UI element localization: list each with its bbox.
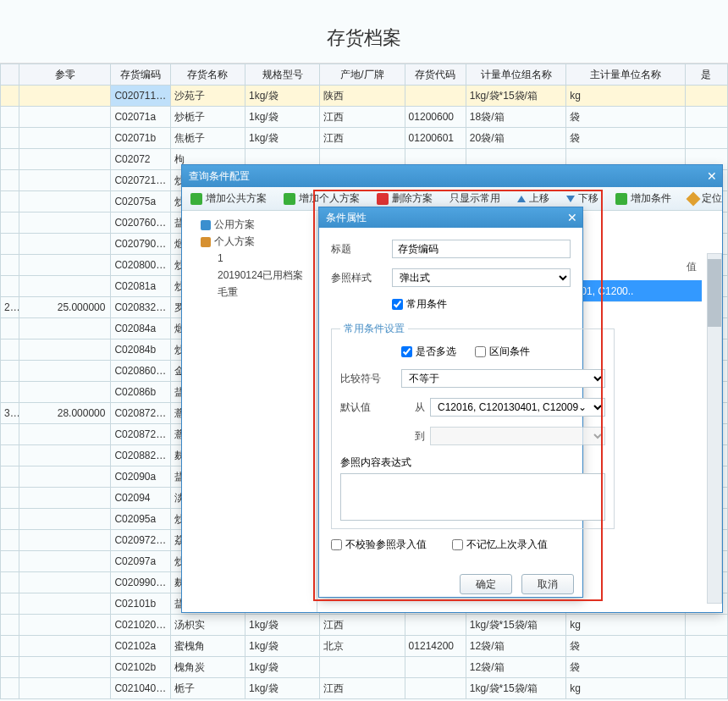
col-3[interactable]: 规格型号	[245, 64, 319, 86]
prop-row-default[interactable]: 0401, C1200..	[570, 280, 702, 302]
plus-icon	[284, 193, 295, 205]
default-to-select[interactable]	[430, 427, 605, 445]
add-public-scheme-button[interactable]: 增加公共方案	[185, 190, 272, 207]
label-default: 默认值	[340, 400, 401, 415]
multi-checkbox[interactable]: 是否多选	[401, 345, 456, 359]
dlg2-title-text: 条件属性	[326, 212, 367, 224]
col-2[interactable]: 存货名称	[170, 64, 245, 86]
person-icon	[201, 237, 211, 247]
scrollbar[interactable]	[707, 253, 722, 604]
legend-common: 常用条件设置	[340, 322, 408, 336]
col-1[interactable]: 存货编码	[111, 64, 170, 86]
common-checkbox[interactable]: 常用条件	[392, 297, 447, 312]
common-settings-group: 常用条件设置 是否多选 区间条件 比较符号 不等于 默认值 从 C12016, …	[331, 322, 615, 529]
show-common-button[interactable]: 只显示常用	[444, 190, 505, 207]
label-refstyle: 参照样式	[331, 271, 392, 285]
table-row[interactable]: C021040901栀子1kg/袋江西1kg/袋*15袋/箱kg	[1, 678, 728, 699]
col-7[interactable]: 主计量单位名称	[566, 64, 685, 86]
prop-label-value: 值	[687, 260, 697, 274]
title-input[interactable]	[392, 240, 571, 258]
table-row[interactable]: C02102b槐角炭1kg/袋12袋/箱袋	[1, 657, 728, 678]
add-personal-scheme-button[interactable]: 增加个人方案	[279, 190, 365, 207]
plus-icon	[615, 193, 627, 205]
page-title: 存货档案	[0, 0, 728, 63]
delete-scheme-button[interactable]: 删除方案	[372, 190, 438, 207]
move-down-button[interactable]: 下移	[561, 190, 604, 207]
col-6[interactable]: 计量单位组名称	[466, 64, 565, 86]
add-condition-button[interactable]: 增加条件	[610, 190, 676, 207]
col-5[interactable]: 存货代码	[405, 64, 466, 86]
col-4[interactable]: 产地/厂牌	[320, 64, 405, 86]
label-title: 标题	[331, 242, 392, 257]
range-checkbox[interactable]: 区间条件	[475, 345, 530, 359]
table-row[interactable]: C02071a炒栀子1kg/袋江西0120060018袋/箱袋	[1, 107, 728, 128]
move-up-button[interactable]: 上移	[512, 190, 554, 207]
refexpr-textarea[interactable]	[340, 473, 605, 521]
compare-select[interactable]: 不等于	[401, 369, 605, 388]
arrow-down-icon	[566, 196, 575, 202]
col-8[interactable]: 是	[685, 64, 727, 86]
condition-property-dialog: 条件属性 ✕ 标题 参照样式 弹出式 常用条件 常用条件设置 是否多选 区间条件…	[318, 207, 583, 598]
scheme-tree: 公用方案 个人方案 1 20190124已用档案 毛重	[182, 211, 317, 612]
dlg1-title-text: 查询条件配置	[189, 170, 250, 182]
plus-icon	[190, 193, 202, 205]
noremember-checkbox[interactable]: 不记忆上次录入值	[452, 538, 548, 552]
tree-personal-schemes[interactable]: 个人方案	[185, 233, 313, 250]
tree-item-1[interactable]: 1	[185, 250, 313, 267]
table-row[interactable]: C02102a蜜槐角1kg/袋北京0121420012袋/箱袋	[1, 636, 728, 657]
tree-item-weight[interactable]: 毛重	[185, 284, 313, 301]
col-0[interactable]: 参零	[19, 64, 111, 86]
scroll-thumb[interactable]	[708, 259, 721, 327]
close-icon[interactable]: ✕	[707, 165, 717, 187]
label-compare: 比较符号	[340, 372, 401, 386]
label-to: 到	[401, 429, 430, 444]
tree-public-schemes[interactable]: 公用方案	[185, 216, 313, 233]
locate-button[interactable]: 定位	[683, 190, 727, 207]
table-row[interactable]: C020711301沙苑子1kg/袋陕西1kg/袋*15袋/箱kg	[1, 86, 728, 107]
tree-item-archive[interactable]: 20190124已用档案	[185, 267, 313, 284]
dlg2-title[interactable]: 条件属性 ✕	[319, 207, 582, 228]
folder-icon	[201, 220, 211, 230]
default-from-select[interactable]: C12016, C120130401, C12009⌄	[430, 398, 605, 417]
label-refexpr: 参照内容表达式	[340, 455, 411, 470]
delete-icon	[377, 193, 389, 205]
novalidate-checkbox[interactable]: 不校验参照录入值	[331, 538, 427, 552]
cancel-button[interactable]: 取消	[521, 574, 574, 594]
table-row[interactable]: C021020901汤枳实1kg/袋江西1kg/袋*15袋/箱kg	[1, 615, 728, 636]
pin-icon	[687, 191, 701, 206]
ok-button[interactable]: 确定	[460, 574, 512, 594]
table-row[interactable]: C02071b焦栀子1kg/袋江西0120060120袋/箱袋	[1, 128, 728, 149]
label-from: 从	[401, 400, 430, 415]
refstyle-select[interactable]: 弹出式	[392, 268, 571, 287]
arrow-up-icon	[517, 196, 526, 202]
dlg1-title[interactable]: 查询条件配置 ✕	[182, 165, 722, 187]
close-icon[interactable]: ✕	[567, 207, 577, 228]
